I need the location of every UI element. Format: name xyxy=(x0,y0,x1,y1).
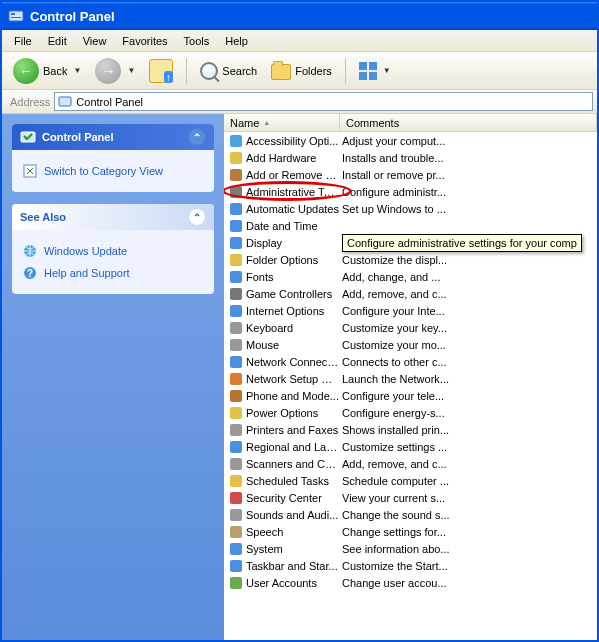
list-item[interactable]: Administrative ToolsConfigure administr.… xyxy=(224,183,597,200)
item-name: Automatic Updates xyxy=(246,203,340,215)
item-comment: Shows installed prin... xyxy=(340,424,597,436)
svg-rect-31 xyxy=(230,509,242,521)
link-label: Windows Update xyxy=(44,245,127,257)
collapse-icon[interactable]: ⌃ xyxy=(188,128,206,146)
tooltip: Configure administrative settings for yo… xyxy=(342,234,582,252)
list-item[interactable]: KeyboardCustomize your key... xyxy=(224,319,597,336)
menu-favorites[interactable]: Favorites xyxy=(114,32,175,50)
windows-update-link[interactable]: Windows Update xyxy=(22,240,204,262)
toolbar: ← Back ▼ → ▼ Search Folders ▼ xyxy=(2,52,597,90)
views-button[interactable]: ▼ xyxy=(354,59,396,83)
list-item[interactable]: Security CenterView your current s... xyxy=(224,489,597,506)
svg-rect-26 xyxy=(230,424,242,436)
list-item[interactable]: SpeechChange settings for... xyxy=(224,523,597,540)
item-name: Taskbar and Star... xyxy=(246,560,340,572)
task-panel-header[interactable]: See Also ⌃ xyxy=(12,204,214,230)
list-item[interactable]: User AccountsChange user accou... xyxy=(224,574,597,591)
list-view: Name ▲ Comments Accessibility Opti...Adj… xyxy=(224,114,597,640)
item-icon xyxy=(228,185,244,199)
switch-to-category-view-link[interactable]: Switch to Category View xyxy=(22,160,204,182)
item-name: Scheduled Tasks xyxy=(246,475,340,487)
svg-rect-15 xyxy=(230,237,242,249)
menubar: File Edit View Favorites Tools Help xyxy=(2,30,597,52)
back-dropdown-icon[interactable]: ▼ xyxy=(73,66,81,75)
list-item[interactable]: Date and Time xyxy=(224,217,597,234)
item-comment: Add, remove, and c... xyxy=(340,458,597,470)
up-button[interactable] xyxy=(144,56,178,86)
back-button[interactable]: ← Back ▼ xyxy=(8,55,86,87)
menu-help[interactable]: Help xyxy=(217,32,256,50)
address-field[interactable]: Control Panel xyxy=(54,92,593,111)
list-item[interactable]: Internet OptionsConfigure your Inte... xyxy=(224,302,597,319)
list-item[interactable]: Regional and Lan...Customize settings ..… xyxy=(224,438,597,455)
item-icon xyxy=(228,304,244,318)
list-item[interactable]: Printers and FaxesShows installed prin..… xyxy=(224,421,597,438)
search-button[interactable]: Search xyxy=(195,59,262,83)
item-name: Date and Time xyxy=(246,220,340,232)
svg-rect-2 xyxy=(11,17,21,18)
item-icon xyxy=(228,576,244,590)
item-name: Administrative Tools xyxy=(246,186,340,198)
menu-view[interactable]: View xyxy=(75,32,115,50)
help-and-support-link[interactable]: ? Help and Support xyxy=(22,262,204,284)
globe-icon xyxy=(22,243,38,259)
svg-rect-27 xyxy=(230,441,242,453)
list-item[interactable]: FontsAdd, change, and ... xyxy=(224,268,597,285)
list-item[interactable]: Network Setup W...Launch the Network... xyxy=(224,370,597,387)
task-panel-header[interactable]: Control Panel ⌃ xyxy=(12,124,214,150)
list-item[interactable]: Phone and Mode...Configure your tele... xyxy=(224,387,597,404)
item-name: Network Connecti... xyxy=(246,356,340,368)
views-icon xyxy=(359,62,377,80)
svg-rect-16 xyxy=(230,254,242,266)
list-item[interactable]: Game ControllersAdd, remove, and c... xyxy=(224,285,597,302)
item-icon xyxy=(228,491,244,505)
svg-rect-28 xyxy=(230,458,242,470)
svg-rect-29 xyxy=(230,475,242,487)
item-comment: Set up Windows to ... xyxy=(340,203,597,215)
list-item[interactable]: Network Connecti...Connects to other c..… xyxy=(224,353,597,370)
address-label: Address xyxy=(6,96,54,108)
svg-rect-33 xyxy=(230,543,242,555)
forward-dropdown-icon[interactable]: ▼ xyxy=(127,66,135,75)
svg-rect-25 xyxy=(230,407,242,419)
views-dropdown-icon[interactable]: ▼ xyxy=(383,66,391,75)
list-item[interactable]: Power OptionsConfigure energy-s... xyxy=(224,404,597,421)
list-item[interactable]: SystemSee information abo... xyxy=(224,540,597,557)
svg-rect-32 xyxy=(230,526,242,538)
column-header-comments[interactable]: Comments xyxy=(340,114,597,131)
item-name: Network Setup W... xyxy=(246,373,340,385)
forward-arrow-icon: → xyxy=(95,58,121,84)
list-item[interactable]: Sounds and Audi...Change the sound s... xyxy=(224,506,597,523)
item-comment: See information abo... xyxy=(340,543,597,555)
list-item[interactable]: Add HardwareInstalls and trouble... xyxy=(224,149,597,166)
folders-button[interactable]: Folders xyxy=(266,59,337,83)
titlebar[interactable]: Control Panel xyxy=(2,2,597,30)
up-folder-icon xyxy=(149,59,173,83)
task-panel-see-also: See Also ⌃ Windows Update ? Help a xyxy=(12,204,214,294)
item-name: Keyboard xyxy=(246,322,340,334)
svg-rect-17 xyxy=(230,271,242,283)
item-name: Speech xyxy=(246,526,340,538)
list-item[interactable]: Folder OptionsCustomize the displ... xyxy=(224,251,597,268)
list-item[interactable]: MouseCustomize your mo... xyxy=(224,336,597,353)
item-comment: Adjust your comput... xyxy=(340,135,597,147)
columns-header: Name ▲ Comments xyxy=(224,114,597,132)
item-comment: Change the sound s... xyxy=(340,509,597,521)
forward-button[interactable]: → ▼ xyxy=(90,55,140,87)
item-comment: Configure your Inte... xyxy=(340,305,597,317)
item-comment: Change user accou... xyxy=(340,577,597,589)
list-item[interactable]: Scheduled TasksSchedule computer ... xyxy=(224,472,597,489)
collapse-icon[interactable]: ⌃ xyxy=(188,208,206,226)
svg-rect-24 xyxy=(230,390,242,402)
menu-edit[interactable]: Edit xyxy=(40,32,75,50)
menu-file[interactable]: File xyxy=(6,32,40,50)
list-item[interactable]: Automatic UpdatesSet up Windows to ... xyxy=(224,200,597,217)
toolbar-separator xyxy=(345,58,346,84)
column-header-name[interactable]: Name ▲ xyxy=(224,114,340,131)
list-item[interactable]: Accessibility Opti...Adjust your comput.… xyxy=(224,132,597,149)
list-item[interactable]: Scanners and Ca...Add, remove, and c... xyxy=(224,455,597,472)
list-item[interactable]: Add or Remove P...Install or remove pr..… xyxy=(224,166,597,183)
menu-tools[interactable]: Tools xyxy=(176,32,218,50)
item-comment: Launch the Network... xyxy=(340,373,597,385)
list-item[interactable]: Taskbar and Star...Customize the Start..… xyxy=(224,557,597,574)
